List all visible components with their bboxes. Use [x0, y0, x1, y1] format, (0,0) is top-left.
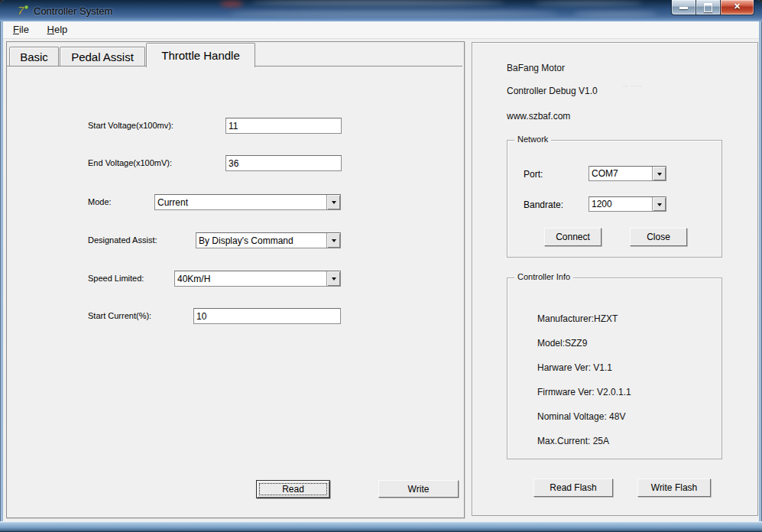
chevron-down-icon[interactable] — [652, 167, 666, 180]
tab-basic[interactable]: Basic — [9, 47, 59, 66]
designated-assist-select[interactable]: By Display's Command — [196, 232, 341, 248]
mode-label: Mode: — [88, 197, 112, 206]
manufacturer-value: Manufacturer:HZXT — [537, 313, 618, 324]
controller-info-groupbox-title: Controller Info — [514, 272, 573, 281]
close-icon: ✕ — [721, 2, 754, 11]
model-value: Model:SZZ9 — [537, 338, 587, 349]
connect-button[interactable]: Connect — [544, 228, 601, 246]
brand-name: BaFang Motor — [507, 63, 565, 73]
start-voltage-label: Start Voltage(x100mv): — [88, 121, 173, 130]
glass-smudge — [535, 1, 642, 5]
app-version: Controller Debug V1.0 — [507, 86, 598, 96]
app-window: 7 Controller System ✕ File Help Basic — [0, 0, 762, 532]
bandrate-selected-value: 1200 — [589, 199, 652, 209]
faint-marks: ·· ···· — [623, 83, 642, 89]
minimize-button[interactable] — [671, 0, 696, 15]
glass-smudge — [220, 1, 243, 7]
read-button-label: Read — [282, 484, 304, 495]
read-flash-button-label: Read Flash — [550, 482, 596, 493]
window-frame-bottom — [0, 521, 762, 532]
window-frame-right — [759, 21, 762, 521]
svg-text:7: 7 — [18, 4, 24, 17]
start-current-label: Start Current(%): — [88, 311, 151, 320]
window-title: Controller System — [34, 5, 112, 17]
speed-limited-select[interactable]: 40Km/H — [174, 271, 341, 287]
end-voltage-input[interactable] — [225, 155, 342, 171]
mode-select[interactable]: Current — [154, 194, 341, 210]
write-button-label: Write — [408, 484, 430, 495]
window-frame-left — [0, 21, 3, 521]
maximize-icon — [704, 3, 712, 12]
speed-limited-label: Speed Limited: — [88, 274, 144, 283]
close-connection-button-label: Close — [647, 232, 670, 242]
designated-assist-selected-value: By Display's Command — [196, 235, 326, 246]
close-connection-button[interactable]: Close — [630, 228, 687, 246]
glass-smudge — [229, 10, 558, 17]
title-bar: 7 Controller System ✕ — [0, 0, 762, 21]
chevron-down-icon[interactable] — [326, 233, 340, 248]
tab-basic-label: Basic — [20, 50, 48, 63]
menu-help[interactable]: Help — [42, 21, 73, 37]
chevron-down-icon[interactable] — [326, 271, 340, 286]
menu-file[interactable]: File — [8, 21, 34, 37]
network-groupbox-title: Network — [514, 135, 551, 144]
chevron-down-icon[interactable] — [326, 195, 340, 209]
bandrate-label: Bandrate: — [524, 200, 563, 210]
designated-assist-label: Designated Assist: — [88, 235, 157, 245]
start-voltage-input[interactable] — [225, 118, 342, 134]
app-icon: 7 — [17, 4, 30, 17]
menu-bar: File Help — [3, 21, 759, 39]
nominal-voltage-value: Nominal Voltage: 48V — [537, 411, 625, 422]
tab-pedal-assist[interactable]: Pedal Assist — [60, 47, 145, 66]
website-url: www.szbaf.com — [507, 111, 570, 122]
chevron-down-icon[interactable] — [652, 197, 666, 211]
read-button[interactable]: Read — [256, 480, 330, 498]
mode-selected-value: Current — [155, 197, 326, 208]
write-flash-button[interactable]: Write Flash — [637, 478, 711, 497]
glass-smudge — [573, 11, 657, 17]
read-flash-button[interactable]: Read Flash — [533, 478, 613, 497]
caption-buttons: ✕ — [671, 0, 754, 15]
minimize-icon — [679, 7, 688, 9]
port-selected-value: COM7 — [589, 168, 652, 179]
glass-smudge — [252, 0, 504, 5]
tab-throttle-handle[interactable]: Throttle Handle — [146, 43, 255, 67]
close-button[interactable]: ✕ — [721, 0, 754, 15]
max-current-value: Max.Current: 25A — [537, 436, 609, 446]
port-select[interactable]: COM7 — [589, 166, 666, 181]
bandrate-select[interactable]: 1200 — [589, 196, 666, 212]
write-button[interactable]: Write — [378, 480, 459, 498]
end-voltage-label: End Voltage(x100mV): — [88, 158, 172, 167]
speed-limited-selected-value: 40Km/H — [175, 274, 326, 284]
hardware-version-value: Harware Ver: V1.1 — [537, 362, 612, 373]
start-current-input[interactable] — [193, 308, 341, 324]
tab-pedal-assist-label: Pedal Assist — [71, 50, 134, 63]
port-label: Port: — [524, 169, 543, 180]
write-flash-button-label: Write Flash — [651, 482, 697, 493]
connect-button-label: Connect — [556, 232, 590, 242]
maximize-button[interactable] — [696, 0, 721, 15]
firmware-version-value: Firmware Ver: V2.0.1.1 — [537, 387, 631, 397]
tab-throttle-handle-label: Throttle Handle — [161, 49, 240, 62]
